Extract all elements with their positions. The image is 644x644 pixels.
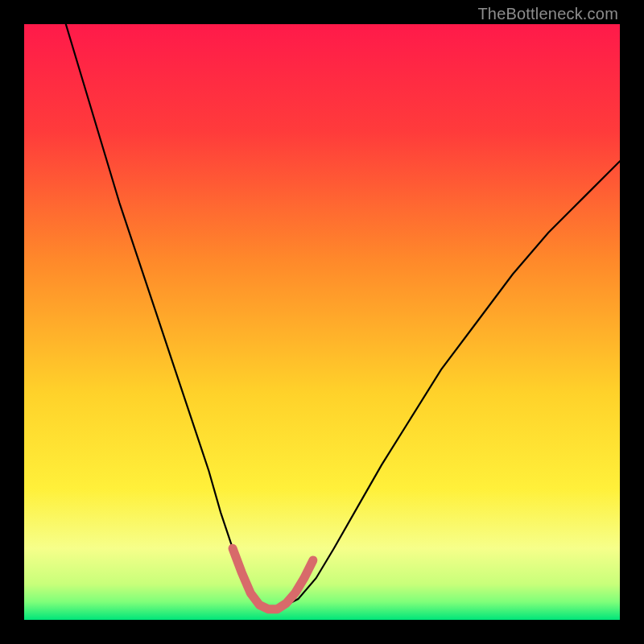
watermark-text: TheBottleneck.com [477,5,618,23]
bottleneck-plot [24,24,620,620]
heat-background [24,24,620,620]
chart-frame [24,24,620,620]
